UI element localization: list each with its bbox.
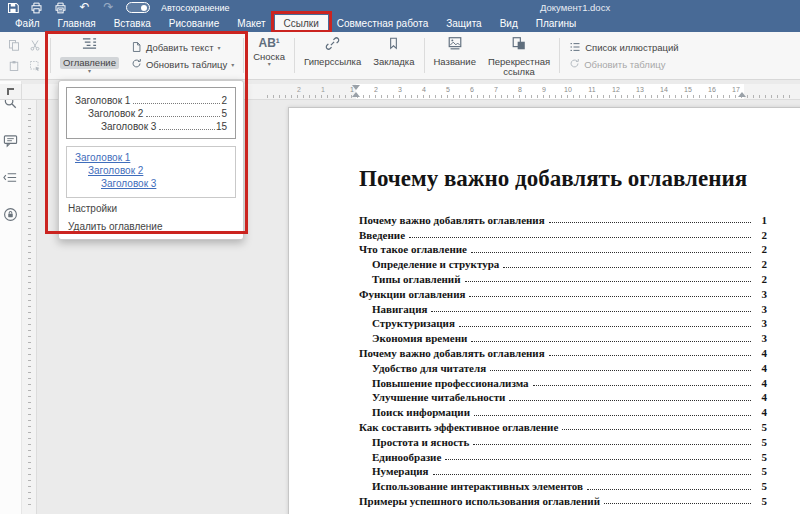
table-of-figures-button[interactable]: Список иллюстраций [569,41,679,55]
toc-entry[interactable]: Примеры успешного использования оглавлен… [359,492,767,507]
dot-leader [445,459,751,460]
list-icon [569,41,581,55]
navigation-button[interactable] [3,170,19,186]
caption-label: Название [434,57,476,67]
toc-entry[interactable]: Навигация3 [359,300,767,315]
document-heading[interactable]: Почему важно добавлять оглавления [359,166,747,192]
quick-print-icon [54,2,67,14]
tab-insert[interactable]: Вставка [105,15,160,32]
toc-entry-text: Простота и ясность [359,436,469,448]
toc-entry[interactable]: Повышение профессионализма4 [359,374,767,389]
copy-button[interactable] [4,36,24,56]
autosave-toggle[interactable] [126,2,150,13]
toc-entry[interactable]: Использование интерактивных элементов5 [359,477,767,492]
toc-remove-menu-item[interactable]: Удалить оглавление [66,216,236,234]
select-button[interactable] [25,57,45,77]
indent-marker[interactable] [352,85,361,97]
save-button[interactable] [6,1,19,14]
cut-button[interactable] [25,36,45,56]
toc-entry[interactable]: Структуризация3 [359,315,767,330]
tab-file[interactable]: Файл [6,15,49,32]
toc-entry[interactable]: Определение и структура2 [359,255,767,270]
cross-reference-label-line2: ссылка [503,66,535,77]
tab-collaboration[interactable]: Совместная работа [328,15,438,32]
redo-icon: ↷ [103,2,113,13]
caption-button[interactable]: Название [428,32,482,79]
toc-entry[interactable]: Единообразие5 [359,448,767,463]
footnote-button[interactable]: AB¹ Сноска ▾ [247,32,291,79]
references-toolbar: Оглавление ▾ Добавить текст ▾ Обновить т… [0,32,800,80]
protection-button[interactable] [3,207,19,223]
document-title: Документ1.docx [540,2,610,13]
add-text-label: Добавить текст [146,42,214,53]
quick-print-button[interactable] [54,1,67,14]
hyperlink-icon [325,36,340,55]
toolbar-divider [559,38,560,73]
hyperlink-button[interactable]: Гиперссылка [298,32,367,79]
toolbar-divider [243,38,244,73]
bookmark-button[interactable]: Закладка [367,32,420,79]
toc-settings-menu-item[interactable]: Настройки [66,198,236,216]
toc-entry[interactable]: Удобство для читателя4 [359,359,767,374]
tab-protection[interactable]: Защита [437,15,490,32]
document-page[interactable]: Почему важно добавлять оглавления Почему… [288,107,800,514]
toc-entry[interactable]: Экономия времени3 [359,329,767,344]
dot-leader [490,370,751,371]
table-of-contents-icon [81,36,98,55]
toc-entry[interactable]: Улучшение читабельности4 [359,389,767,404]
tab-layout[interactable]: Макет [228,15,274,32]
refresh-figures-table-label: Обновить таблицу [584,59,665,70]
refresh-table-button[interactable]: Обновить таблицу ▾ [131,58,234,71]
tab-plugins[interactable]: Плагины [527,15,586,32]
toc-entry[interactable]: Как составить эффективное оглавление5 [359,418,767,433]
toc-entry-text: Экономия времени [359,332,467,344]
toc-entry[interactable]: Почему важно добавлять оглавления1 [359,211,767,226]
add-text-button[interactable]: Добавить текст ▾ [131,41,234,55]
dot-leader [409,237,751,238]
toc-style-option-links[interactable]: Заголовок 1 Заголовок 2 Заголовок 3 [66,146,236,198]
tab-draw[interactable]: Рисование [160,15,228,32]
dot-leader [433,474,751,475]
right-indent-marker[interactable] [738,92,746,97]
toc-entry[interactable]: Введение2 [359,226,767,241]
toc-entry[interactable]: Поиск информации4 [359,403,767,418]
bookmark-label: Закладка [373,57,414,67]
ruler-number: 2 [364,86,388,93]
cross-reference-icon [511,36,527,55]
table-of-contents-button[interactable]: Оглавление ▾ [54,32,125,79]
comments-button[interactable] [3,133,19,149]
toc-entry[interactable]: Функции оглавления3 [359,285,767,300]
document-toc-field[interactable]: Почему важно добавлять оглавления1 Введе… [359,211,767,507]
toc-entry-page: 4 [753,347,767,359]
print-button[interactable] [30,1,43,14]
undo-button[interactable]: ↶ [78,1,91,14]
toc-entry[interactable]: Нумерация5 [359,463,767,478]
toc-preview-link: Заголовок 1 [75,152,130,163]
tab-references[interactable]: Ссылки [275,15,328,32]
caption-icon [447,36,463,55]
tab-stop-selector-icon[interactable] [7,88,14,95]
tab-view[interactable]: Вид [491,15,527,32]
dot-leader [146,116,220,117]
toc-entry[interactable]: Простота и ясность5 [359,433,767,448]
dot-leader [471,252,751,253]
lock-icon [3,208,18,225]
toc-entry-page: 5 [753,421,767,433]
cross-reference-button[interactable]: Перекрестнаяссылка [482,32,556,79]
toc-entry[interactable]: Почему важно добавлять оглавления4 [359,344,767,359]
ruler-ticks [267,95,794,98]
ruler-number: 13 [628,86,652,93]
toc-style-option-classic[interactable]: Заголовок 12 Заголовок 25 Заголовок 315 [66,87,236,139]
toc-preview-row: Заголовок 25 [75,106,227,119]
paste-button[interactable] [4,57,24,77]
tab-home[interactable]: Главная [49,15,105,32]
ruler-number: 5 [436,86,460,93]
ruler-number: 6 [460,86,484,93]
toc-entry[interactable]: Что такое оглавление2 [359,241,767,256]
toc-entry[interactable]: Типы оглавлений2 [359,270,767,285]
save-icon [7,2,19,14]
dot-leader [431,311,751,312]
toc-entry-page: 5 [753,436,767,448]
redo-button[interactable]: ↷ [102,1,115,14]
dot-leader [604,503,751,504]
